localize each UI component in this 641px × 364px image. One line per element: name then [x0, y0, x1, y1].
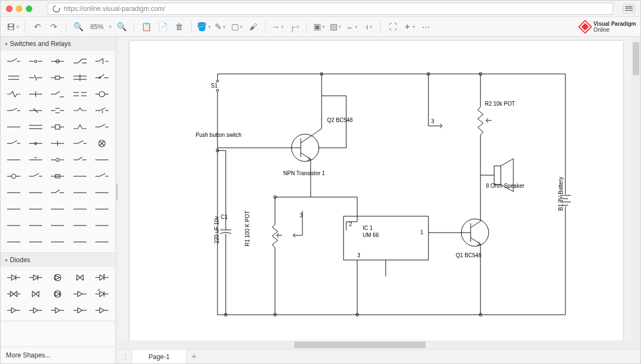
fit-selection-button[interactable]: ⛶	[385, 19, 400, 34]
shape-item[interactable]	[70, 186, 90, 200]
add-page-button[interactable]: ＋	[187, 350, 201, 363]
drawing-page[interactable]: S1 Push button switch Q2 BC548 NPN Trans…	[130, 41, 623, 340]
shape-item[interactable]	[48, 120, 67, 134]
shape-item[interactable]	[48, 103, 67, 118]
shape-item[interactable]	[4, 153, 24, 167]
shape-item[interactable]	[70, 235, 90, 249]
shape-item[interactable]	[92, 235, 112, 249]
shape-item[interactable]	[26, 169, 45, 183]
url-bar[interactable]: https://online.visual-paradigm.com/	[48, 3, 613, 15]
shape-item[interactable]	[26, 235, 45, 249]
zoom-in-button[interactable]: 🔍	[114, 19, 129, 34]
shape-item[interactable]	[48, 287, 67, 301]
shape-item[interactable]	[4, 71, 24, 85]
shape-item[interactable]	[48, 270, 67, 285]
redo-button[interactable]: ↷	[46, 19, 61, 34]
shape-item[interactable]	[4, 287, 24, 301]
shape-item[interactable]	[4, 270, 24, 285]
shape-item[interactable]	[92, 218, 112, 233]
shape-item[interactable]	[4, 202, 24, 216]
shape-item[interactable]	[70, 71, 90, 85]
connector-start-button[interactable]: →▾	[270, 19, 285, 34]
shape-item[interactable]	[92, 202, 112, 216]
paste-button[interactable]: 📄	[155, 19, 170, 34]
horizontal-scrollbar[interactable]	[119, 340, 640, 349]
shape-item[interactable]	[70, 270, 90, 285]
shape-item[interactable]	[92, 103, 112, 118]
shape-item[interactable]	[92, 287, 112, 301]
shape-item[interactable]	[26, 71, 45, 85]
shape-item[interactable]	[26, 87, 45, 101]
shape-item[interactable]	[48, 303, 67, 317]
chevron-down-icon[interactable]: ▾	[109, 24, 112, 30]
shape-item[interactable]	[92, 169, 112, 183]
shape-item[interactable]	[48, 54, 67, 68]
shape-item[interactable]	[70, 218, 90, 233]
shape-item[interactable]	[48, 186, 67, 200]
shape-item[interactable]	[4, 186, 24, 200]
shape-item[interactable]	[4, 218, 24, 233]
palette-header-switches[interactable]: Switches and Relays	[1, 37, 115, 51]
shape-item[interactable]	[70, 303, 90, 317]
shape-item[interactable]	[70, 136, 90, 151]
shape-item[interactable]	[48, 87, 67, 101]
shape-item[interactable]	[4, 136, 24, 151]
shape-item[interactable]	[26, 218, 45, 233]
maximize-window-button[interactable]	[26, 5, 32, 12]
shape-item[interactable]	[4, 87, 24, 101]
shape-item[interactable]	[48, 202, 67, 216]
palette-header-diodes[interactable]: Diodes	[1, 253, 115, 267]
shape-item[interactable]	[92, 136, 112, 151]
shape-item[interactable]	[48, 136, 67, 151]
line-color-button[interactable]: ✎▾	[213, 19, 228, 34]
zoom-out-button[interactable]: 🔍	[71, 19, 86, 34]
shape-item[interactable]	[26, 120, 45, 134]
undo-button[interactable]: ↶	[30, 19, 45, 34]
delete-button[interactable]: 🗑	[171, 19, 187, 34]
shape-item[interactable]	[92, 153, 112, 167]
to-back-button[interactable]: ▤▾	[328, 19, 343, 34]
shape-item[interactable]	[48, 235, 67, 249]
shape-item[interactable]	[48, 153, 67, 167]
vertical-scrollbar[interactable]	[632, 37, 640, 340]
shape-item[interactable]	[4, 169, 24, 183]
shape-item[interactable]	[70, 54, 90, 68]
shape-item[interactable]	[70, 202, 90, 216]
shape-item[interactable]	[92, 186, 112, 200]
shape-item[interactable]	[70, 169, 90, 183]
distribute-button[interactable]: ⫞▾	[360, 19, 376, 34]
shape-item[interactable]	[26, 136, 45, 151]
canvas-scroll[interactable]: S1 Push button switch Q2 BC548 NPN Trans…	[119, 37, 640, 340]
shape-item[interactable]	[4, 103, 24, 118]
shape-item[interactable]	[48, 71, 67, 85]
minimize-window-button[interactable]	[16, 5, 22, 12]
shape-item[interactable]	[92, 303, 112, 317]
shape-item[interactable]	[4, 54, 24, 68]
shape-item[interactable]	[92, 120, 112, 134]
shadow-button[interactable]: ▢▾	[229, 19, 244, 34]
shape-item[interactable]	[4, 303, 24, 317]
copy-button[interactable]: 📋	[139, 19, 154, 34]
shape-item[interactable]	[92, 54, 112, 68]
save-button[interactable]: ▾	[5, 19, 20, 34]
shape-item[interactable]	[4, 120, 24, 134]
shape-item[interactable]	[26, 202, 45, 216]
shape-item[interactable]	[70, 287, 90, 301]
shape-item[interactable]	[92, 270, 112, 285]
shape-item[interactable]	[48, 218, 67, 233]
shape-item[interactable]	[26, 270, 45, 285]
shape-item[interactable]	[92, 71, 112, 85]
align-button[interactable]: ⫠▾	[344, 19, 359, 34]
close-window-button[interactable]	[6, 5, 13, 12]
shape-item[interactable]	[92, 87, 112, 101]
shape-item[interactable]	[26, 303, 45, 317]
more-button[interactable]: ⋯	[418, 19, 433, 34]
shape-item[interactable]	[70, 153, 90, 167]
tab-grip-icon[interactable]: ⋮	[119, 350, 132, 363]
connector-style-button[interactable]: ┌▾	[287, 19, 302, 34]
menu-icon[interactable]	[623, 4, 635, 14]
refresh-icon[interactable]	[51, 3, 61, 14]
style-brush-button[interactable]: 🖌	[245, 19, 261, 34]
shape-item[interactable]	[26, 153, 45, 167]
zoom-value[interactable]: 85%	[88, 23, 106, 31]
